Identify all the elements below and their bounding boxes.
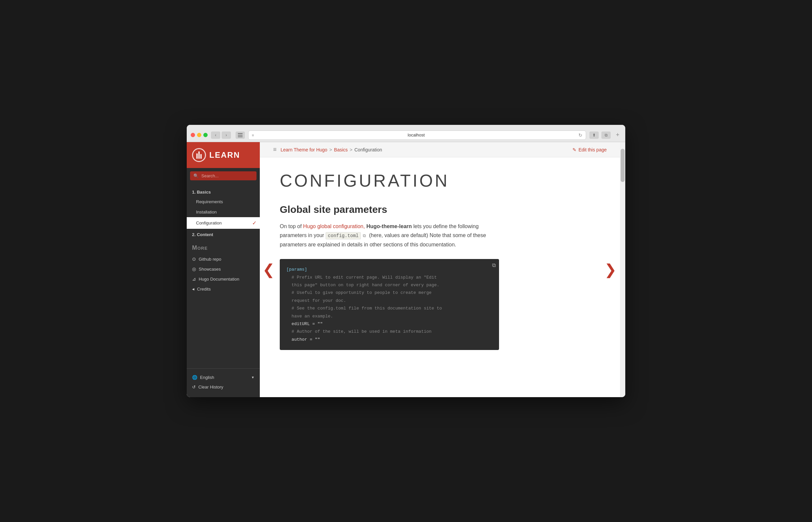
refresh-button[interactable]: ↻ [578,133,582,138]
nav-buttons: ‹ › [211,132,231,139]
back-button[interactable]: ‹ [211,132,220,139]
more-item-showcases-label: Showcases [199,267,221,272]
next-page-arrow[interactable]: ❯ [602,259,619,280]
home-icon[interactable]: ≡ [273,146,277,153]
language-selector[interactable]: 🌐 English ▼ [187,373,260,382]
minimize-button[interactable] [197,133,201,137]
address-icon: ≡ [252,133,254,137]
sidebar-footer: 🌐 English ▼ ↺ Clear History [187,368,260,397]
edit-icon: ✎ [572,147,576,153]
copy-inline-button[interactable]: ⧉ [361,233,368,239]
address-bar[interactable]: ≡ localhost ↻ [248,130,586,140]
logo-text: LEARN [209,150,240,160]
code-author: author = "" [286,337,320,342]
more-title: More [187,242,260,254]
more-item-github[interactable]: ⊙ Github repo [187,254,260,264]
github-icon: ⊙ [192,256,196,262]
credits-icon: ◂ [192,286,194,292]
dropdown-arrow-icon: ▼ [251,376,255,379]
svg-rect-0 [238,133,242,134]
code-comment-5: # See the config.toml file from this doc… [286,306,442,311]
search-box[interactable]: 🔍 ✕ [190,171,257,180]
clear-history-button[interactable]: ↺ Clear History [187,382,260,392]
browser-chrome: ‹ › ≡ localhost ↻ ⬆ ⧉ + [187,125,625,142]
edit-page-label: Edit this page [578,147,607,153]
new-tab-button[interactable]: ⧉ [601,132,611,139]
browser-body: LEARN 🔍 ✕ 1. Basics Requirements Install… [187,142,625,397]
page-content: CONFIGURATION Global site parameters On … [260,157,526,370]
breadcrumb-current: Configuration [355,147,382,153]
nav-item-installation[interactable]: Installation [187,207,260,217]
language-icon: 🌐 [192,375,197,380]
page-title: CONFIGURATION [280,171,499,190]
more-item-credits-label: Credits [197,286,211,292]
sidebar-nav: 1. Basics Requirements Installation Conf… [187,184,260,366]
code-comment-2: this page" button on top right hand corn… [286,283,439,287]
code-comment-3: # Useful to give opportunity to people t… [286,290,432,295]
nav-item-configuration-label: Configuration [196,220,222,225]
copy-code-button[interactable]: ⧉ [492,262,496,268]
sidebar: LEARN 🔍 ✕ 1. Basics Requirements Install… [187,142,260,397]
clear-history-label: Clear History [198,384,223,389]
breadcrumb-basics-link[interactable]: Basics [334,147,348,153]
prev-page-arrow[interactable]: ❮ [260,259,277,280]
code-comment-1: # Prefix URL to edit current page. Will … [286,275,437,280]
svg-rect-2 [238,137,242,137]
browser-actions: ⬆ ⧉ [589,132,611,139]
breadcrumb-sep-2: > [350,147,353,153]
scrollbar-thumb[interactable] [621,149,625,182]
code-keyword-params: [params] [286,267,307,272]
code-content: [params] # Prefix URL to edit current pa… [286,266,492,343]
config-toml-inline: config.toml [325,232,361,239]
intro-before-link: On top of [280,223,303,229]
more-item-github-label: Github repo [199,257,221,262]
section-basics-header: 1. Basics [187,186,260,197]
code-editurl: editURL = "" [286,321,323,326]
intro-paragraph: On top of Hugo global configuration, Hug… [280,222,499,249]
more-item-hugo-docs[interactable]: ⊿ Hugo Documentation [187,274,260,284]
breadcrumb-text: Learn Theme for Hugo > Basics > Configur… [281,147,382,153]
logo-icon [192,148,206,162]
maximize-button[interactable] [203,133,207,137]
language-label: English [200,375,249,380]
code-comment-6: have an example. [286,314,333,319]
breadcrumb-home-link[interactable]: Learn Theme for Hugo [281,147,328,153]
forward-button[interactable]: › [222,132,231,139]
edit-page-button[interactable]: ✎ Edit this page [572,147,607,153]
theme-name: Hugo-theme-learn [367,223,412,229]
nav-item-requirements[interactable]: Requirements [187,197,260,207]
content-area: ❮ ≡ Learn Theme for Hugo > Basics > Conf… [260,142,625,397]
breadcrumb-sep-1: > [329,147,332,153]
code-block: ⧉ [params] # Prefix URL to edit current … [280,259,499,350]
close-button[interactable] [191,133,195,137]
main-content: ≡ Learn Theme for Hugo > Basics > Config… [260,142,620,397]
hugo-docs-icon: ⊿ [192,276,196,282]
showcases-icon: ◎ [192,266,196,272]
active-check-icon: ✓ [252,220,257,226]
more-item-credits[interactable]: ◂ Credits [187,284,260,294]
traffic-lights [191,133,207,137]
more-section: More ⊙ Github repo ◎ Showcases ⊿ Hugo Do… [187,239,260,297]
scrollbar[interactable] [620,142,625,397]
url-display: localhost [257,133,576,138]
code-comment-7: # Author of the site, will be used in me… [286,329,432,334]
sidebar-header: LEARN [187,142,260,168]
hugo-config-link[interactable]: Hugo global configuration, [303,223,365,229]
clear-history-icon: ↺ [192,384,196,389]
section-title: Global site parameters [280,204,499,215]
more-item-hugo-docs-label: Hugo Documentation [199,277,239,282]
add-tab-button[interactable]: + [614,132,621,139]
nav-item-configuration[interactable]: Configuration ✓ [187,217,260,229]
more-item-showcases[interactable]: ◎ Showcases [187,264,260,274]
search-icon: 🔍 [193,173,199,178]
sidebar-toggle-button[interactable] [236,132,245,139]
svg-rect-1 [238,135,242,136]
section-content-header: 2. Content [187,229,260,239]
search-input[interactable] [201,173,257,178]
share-button[interactable]: ⬆ [589,132,599,139]
code-comment-4: request for your doc. [286,298,346,303]
breadcrumb: ≡ Learn Theme for Hugo > Basics > Config… [260,142,620,157]
